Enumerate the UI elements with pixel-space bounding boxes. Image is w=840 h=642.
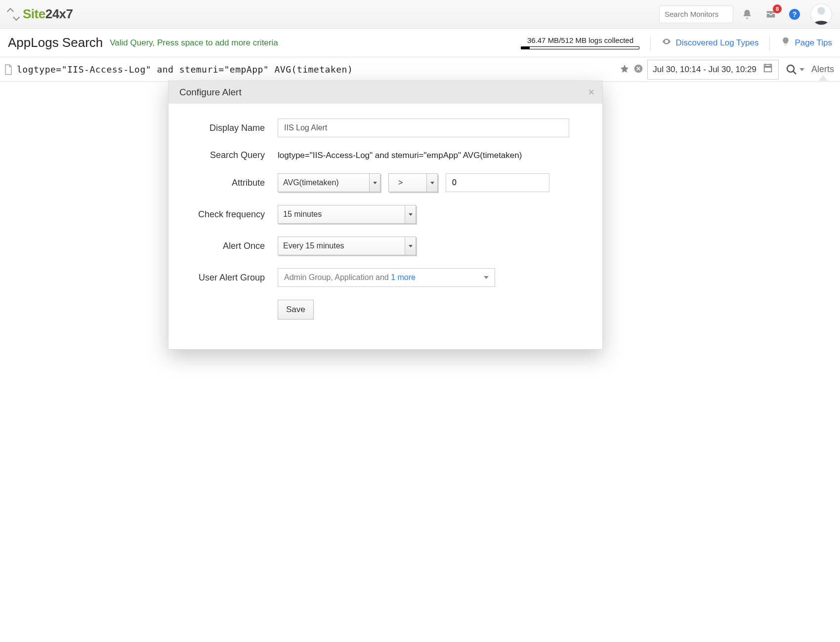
logo[interactable]: Site24x7 xyxy=(8,6,73,22)
avatar[interactable] xyxy=(810,3,832,25)
comparator-select[interactable]: > xyxy=(388,173,438,192)
logo-text: Site24x7 xyxy=(23,6,73,22)
clear-icon[interactable] xyxy=(633,64,643,76)
star-icon[interactable] xyxy=(620,64,630,76)
alert-once-select[interactable]: Every 15 minutes xyxy=(278,237,416,255)
svg-rect-1 xyxy=(820,16,822,20)
modal-title: Configure Alert xyxy=(179,87,242,98)
page-tips-link[interactable]: Page Tips xyxy=(781,37,832,49)
search-dropdown[interactable] xyxy=(786,64,804,76)
search-monitors-input[interactable] xyxy=(659,5,733,23)
save-button[interactable]: Save xyxy=(278,300,314,320)
label-check-frequency: Check frequency xyxy=(181,209,278,220)
popover-arrow xyxy=(818,75,828,81)
search-query-text: logtype="IIS-Access-Log" and stemuri="em… xyxy=(278,151,522,160)
label-alert-once: Alert Once xyxy=(181,241,278,251)
collapse-icon[interactable] xyxy=(8,9,19,20)
calendar-icon xyxy=(762,63,773,76)
alerts-link[interactable]: Alerts xyxy=(811,64,834,75)
chevron-down-icon xyxy=(484,276,489,279)
configure-alert-modal: Configure Alert × Display Name Search Qu… xyxy=(168,80,603,350)
display-name-input[interactable] xyxy=(278,119,569,137)
threshold-input[interactable] xyxy=(446,173,549,192)
notification-badge: 8 xyxy=(773,4,782,13)
query-row: logtype="IIS-Access-Log" and stemuri="em… xyxy=(0,57,840,82)
chevron-down-icon xyxy=(799,68,804,71)
help-icon[interactable]: ? xyxy=(785,4,804,24)
close-icon[interactable]: × xyxy=(588,86,594,99)
date-range-picker[interactable]: Jul 30, 10:14 - Jul 30, 10:29 xyxy=(647,60,779,80)
document-icon xyxy=(4,64,13,75)
sub-header: AppLogs Search Valid Query, Press space … xyxy=(0,29,840,57)
bulb-icon xyxy=(781,37,791,49)
more-groups-link[interactable]: 1 more xyxy=(391,273,416,282)
top-bar: Site24x7 8 ? xyxy=(0,0,840,29)
label-display-name: Display Name xyxy=(181,123,278,133)
bell-icon[interactable] xyxy=(737,4,757,24)
query-input[interactable]: logtype="IIS-Access-Log" and stemuri="em… xyxy=(17,64,616,75)
check-frequency-select[interactable]: 15 minutes xyxy=(278,205,416,224)
date-range-text: Jul 30, 10:14 - Jul 30, 10:29 xyxy=(653,65,756,75)
logs-progress xyxy=(521,46,639,49)
svg-point-0 xyxy=(817,7,825,15)
discovered-log-types-link[interactable]: Discovered Log Types xyxy=(662,37,758,49)
label-user-alert-group: User Alert Group xyxy=(181,273,278,283)
attribute-select[interactable]: AVG(timetaken) xyxy=(278,173,380,192)
query-valid-hint: Valid Query, Press space to add more cri… xyxy=(110,38,278,48)
logs-collected: 36.47 MB/512 MB logs collected xyxy=(521,36,639,49)
user-alert-group-select[interactable]: Admin Group, Application and 1 more xyxy=(278,268,495,287)
label-attribute: Attribute xyxy=(181,178,278,188)
svg-point-3 xyxy=(787,65,794,72)
label-search-query: Search Query xyxy=(181,150,278,160)
modal-header: Configure Alert × xyxy=(168,81,602,104)
eye-icon xyxy=(662,37,672,49)
inbox-icon[interactable]: 8 xyxy=(761,4,781,24)
page-title: AppLogs Search xyxy=(8,35,103,50)
logs-collected-text: 36.47 MB/512 MB logs collected xyxy=(527,36,633,44)
